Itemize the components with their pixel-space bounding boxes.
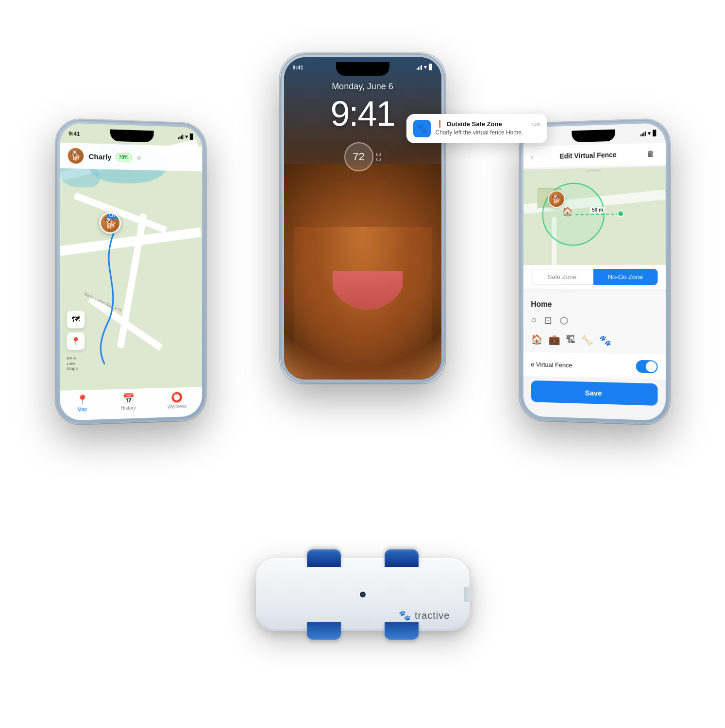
notif-title-row: ❗ Outside Safe Zone now (436, 120, 540, 128)
notif-time: now (530, 121, 540, 127)
map-header: 🐕 Charly 70% ◎ (60, 143, 202, 172)
save-fence-button[interactable]: Save (531, 381, 658, 406)
lock-date: Monday, June 6 (284, 82, 441, 92)
signal-icon (178, 134, 183, 139)
tab-history[interactable]: 📅 History (120, 393, 135, 411)
fence-distance: 50 m (590, 207, 605, 213)
tracker-body: 🐾 tractive (256, 558, 470, 631)
status-bar-center: 9:41 ▾ ▊ (284, 64, 441, 70)
pet-name-left: Charly (88, 152, 111, 161)
wellness-tab-label: Wellness (167, 404, 186, 410)
notif-body: Charly left the virtual fence Home. (436, 129, 540, 137)
status-icons-center: ▾ ▊ (417, 64, 433, 70)
pet-avatar-left: 🐕 (67, 147, 84, 165)
map-tabs: 📍 Map 📅 History ⭕ Wellness (60, 391, 202, 413)
fence-header: ‹ Edit Virtual Fence 🗑 (523, 143, 665, 168)
status-icons-left: ▾ ▊ (178, 133, 193, 140)
fence-screen: 9:41 ▾ ▊ ‹ Edit Virtual Fence 🗑 (523, 123, 665, 421)
history-tab-icon: 📅 (122, 393, 134, 405)
paw-place-icon[interactable]: 🐾 (599, 334, 611, 346)
scene: 🐕 LIVE Stow Lake Dr Martin Luther King J… (47, 24, 678, 704)
fence-form: Home ○ ⊡ ⬡ 🏠 💼 🏗 🦴 🐾 (523, 292, 665, 355)
bone-place-icon[interactable]: 🦴 (581, 334, 593, 346)
battery-icon-center: ▊ (429, 64, 433, 70)
pet-marker-fence: 🐕 (548, 190, 565, 208)
weather-high: 86 (376, 157, 381, 162)
tracker-paw-icon: 🐾 (399, 610, 411, 621)
fence-type-tabs: Safe Zone No-Go Zone (523, 265, 665, 289)
tab-wellness[interactable]: ⭕ Wellness (167, 391, 186, 410)
weather-widget: 72 68 86 (344, 142, 381, 171)
phone-left: 🐕 LIVE Stow Lake Dr Martin Luther King J… (55, 119, 205, 425)
tab-bar-left: 📍 Map 📅 History ⭕ Wellness (60, 387, 202, 421)
phone-right-screen: 9:41 ▾ ▊ ‹ Edit Virtual Fence 🗑 (523, 123, 665, 421)
wifi-icon: ▾ (185, 133, 188, 140)
wellness-tab-icon: ⭕ (171, 391, 183, 403)
history-tab-label: History (120, 405, 135, 411)
notif-title: Outside Safe Zone (447, 120, 502, 128)
weather-low: 68 (376, 152, 381, 157)
pet-location-marker[interactable]: 🐕 LIVE (99, 212, 120, 234)
house-icon-map: 🏠 (562, 206, 573, 217)
lock-screen: 9:41 ▾ ▊ Monday, June 6 9:41 72 (284, 57, 441, 380)
tracker-top-bumps (256, 549, 470, 567)
tab-safe-zone[interactable]: Safe Zone (531, 269, 593, 285)
virtual-fence-toggle-row: e Virtual Fence (523, 352, 665, 379)
charly-name: Charly (88, 152, 111, 161)
tracker-logo: 🐾 tractive (399, 610, 450, 621)
circle-shape-icon[interactable]: ○ (531, 314, 537, 326)
time-left: 9:41 (68, 130, 80, 136)
tracker-bottom-bumps (256, 622, 470, 640)
signal-icon-right (640, 131, 645, 136)
place-icons-row: 🏠 💼 🏗 🦴 🐾 (531, 333, 658, 347)
delete-fence-button[interactable]: 🗑 (643, 147, 658, 161)
tab-no-go-zone[interactable]: No-Go Zone (593, 269, 658, 285)
phone-center: 9:41 ▾ ▊ Monday, June 6 9:41 72 (280, 53, 445, 383)
fence-map: 🏠 50 m 🐕 (523, 166, 665, 265)
weather-range: 68 86 (376, 152, 381, 162)
fence-edit-title: Edit Virtual Fence (559, 151, 616, 160)
virtual-fence-toggle[interactable] (636, 360, 658, 373)
work-place-icon[interactable]: 💼 (548, 334, 560, 346)
signal-icon-center (417, 65, 422, 70)
back-icon[interactable]: ‹ (531, 152, 533, 161)
wifi-icon-right: ▾ (647, 130, 650, 136)
rect-shape-icon[interactable]: ⊡ (544, 314, 552, 326)
status-icons-right: ▾ ▊ (640, 130, 657, 137)
maps-label: Maps (67, 366, 84, 371)
notif-app-icon: 🐾 (413, 120, 431, 137)
tracker-side-button[interactable] (464, 587, 472, 602)
map-type-button[interactable]: 🗺 (67, 311, 84, 329)
poly-shape-icon[interactable]: ⬡ (559, 314, 568, 326)
battery-icon-right: ▊ (653, 130, 657, 136)
tracker-brand-name: tractive (415, 610, 450, 621)
weather-circle: 72 (344, 142, 373, 171)
home-place-icon[interactable]: 🏠 (531, 333, 542, 345)
notif-content: ❗ Outside Safe Zone now Charly left the … (436, 120, 540, 137)
bump-bottom-right (385, 622, 419, 640)
fence-place-icon[interactable]: 🏗 (566, 334, 575, 346)
notification-popup: 🐾 ❗ Outside Safe Zone now Charly left th… (406, 114, 547, 143)
location-button[interactable]: 📍 (67, 332, 84, 350)
bump-bottom-left (307, 622, 341, 640)
tracker-camera (360, 592, 366, 597)
tab-map[interactable]: 📍 Map (76, 394, 88, 412)
toggle-label: e Virtual Fence (531, 361, 572, 369)
map-tab-icon: 📍 (76, 394, 88, 406)
map-tab-label: Map (77, 407, 87, 413)
battery-icon-left: ▊ (189, 134, 193, 140)
location-labels: Elk &Lake Maps (67, 356, 84, 371)
shape-icons-row: ○ ⊡ ⬡ (531, 314, 658, 328)
notif-alert-icon: ❗ (436, 120, 444, 128)
bump-top-right (385, 549, 419, 567)
phone-right: 9:41 ▾ ▊ ‹ Edit Virtual Fence 🗑 (520, 119, 670, 425)
fence-edge-dot (617, 210, 624, 217)
bump-top-left (307, 549, 341, 567)
gps-indicator: ◎ (136, 154, 141, 161)
tracker-device: 🐾 tractive (246, 558, 479, 655)
map-side-controls: 🗺 📍 Elk &Lake Maps (67, 311, 84, 371)
phone-center-screen: 9:41 ▾ ▊ Monday, June 6 9:41 72 (284, 57, 441, 380)
toggle-knob (645, 361, 656, 372)
fence-name: Home (531, 300, 658, 310)
wifi-icon-center: ▾ (424, 64, 427, 70)
